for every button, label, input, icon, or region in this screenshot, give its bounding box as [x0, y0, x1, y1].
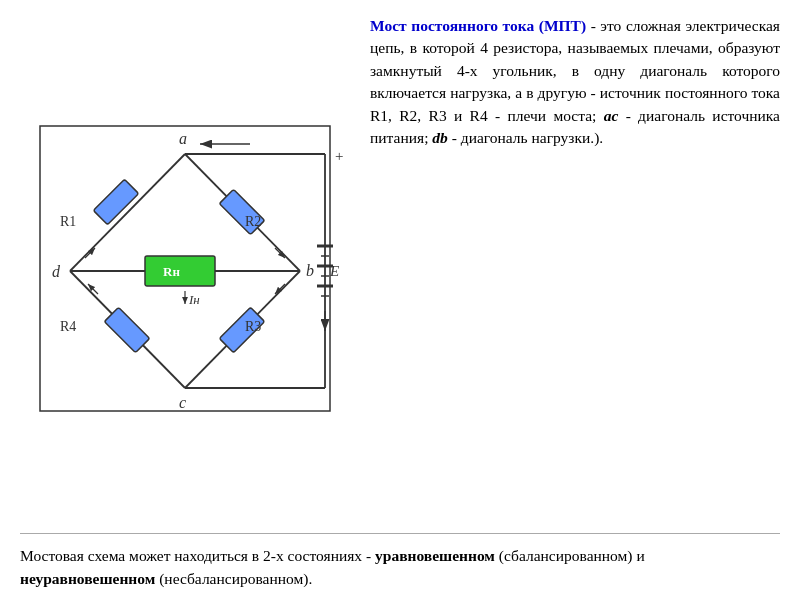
bottom-middle: (сбалансированном) и	[495, 547, 645, 564]
heading-text: Мост постоянного тока (МПТ)	[370, 17, 586, 34]
rh-label: Rн	[163, 264, 180, 279]
top-section: a b c d R1 R2 R3 R4 Rн Iн E +	[20, 10, 780, 533]
svg-rect-26	[104, 308, 149, 353]
r4-label: R4	[60, 319, 76, 334]
r2-label: R2	[245, 214, 261, 229]
db-italic: db	[432, 129, 448, 146]
e-label: E	[329, 263, 339, 279]
ac-italic: ac	[604, 107, 619, 124]
node-d-label: d	[52, 263, 61, 280]
r1-label: R1	[60, 214, 76, 229]
node-c-label: c	[179, 394, 186, 411]
diagram-area: a b c d R1 R2 R3 R4 Rн Iн E +	[20, 10, 360, 533]
bottom-bold2: неуравновешенном	[20, 570, 155, 587]
node-b-label: b	[306, 262, 314, 279]
bottom-paragraph: Мостовая схема может находиться в 2-х со…	[20, 544, 780, 591]
r3-label: R3	[245, 319, 261, 334]
circuit-svg: a b c d R1 R2 R3 R4 Rн Iн E +	[30, 116, 350, 426]
bottom-section: Мостовая схема может находиться в 2-х со…	[20, 533, 780, 591]
main-container: a b c d R1 R2 R3 R4 Rн Iн E +	[0, 0, 800, 600]
ih-label: Iн	[188, 292, 200, 307]
svg-rect-28	[145, 256, 215, 286]
svg-rect-20	[93, 180, 138, 225]
description-body: - это сложная электрическая цепь, в кото…	[370, 17, 780, 146]
svg-line-1	[70, 154, 185, 271]
bottom-prefix: Мостовая схема может находиться в 2-х со…	[20, 547, 375, 564]
text-area: Мост постоянного тока (МПТ) - это сложна…	[360, 10, 780, 533]
bottom-bold1: уравновешенном	[375, 547, 495, 564]
plus-label: +	[335, 148, 343, 164]
bottom-suffix: (несбалансированном).	[155, 570, 312, 587]
svg-line-27	[88, 284, 98, 294]
node-a-label: a	[179, 130, 187, 147]
description-paragraph: Мост постоянного тока (МПТ) - это сложна…	[370, 15, 780, 150]
